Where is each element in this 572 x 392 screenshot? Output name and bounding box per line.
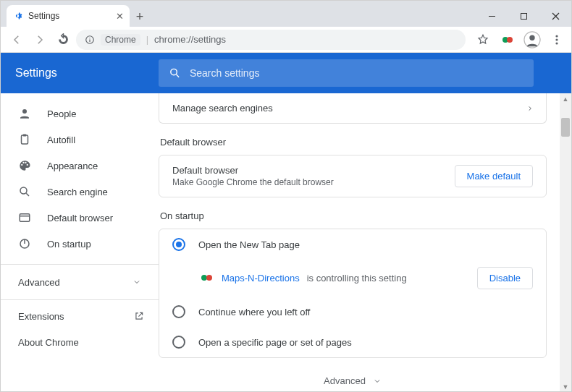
default-browser-title: Default browser [172, 165, 334, 176]
sidebar-item-label: Appearance [47, 161, 98, 171]
radio-label: Open the New Tab page [198, 239, 300, 250]
omnibox-separator: | [146, 34, 148, 45]
open-external-icon [134, 311, 144, 321]
chevron-right-icon [527, 104, 533, 113]
svg-point-19 [20, 187, 27, 194]
advanced-footer-label: Advanced [324, 375, 366, 386]
page-title: Settings [15, 67, 144, 80]
radio-label: Continue where you left off [198, 307, 310, 318]
svg-point-26 [206, 275, 212, 281]
on-startup-heading: On startup [160, 210, 547, 221]
scroll-down-arrow[interactable]: ▼ [561, 383, 570, 391]
browser-tab[interactable]: Settings ✕ [7, 5, 130, 27]
sidebar-item-label: Autofill [47, 135, 75, 145]
svg-point-8 [507, 37, 513, 43]
radio-label: Open a specific page or set of pages [198, 337, 352, 348]
scrollbar-track[interactable]: ▲ ▼ [560, 93, 571, 392]
svg-rect-21 [20, 214, 30, 222]
svg-line-15 [177, 74, 180, 77]
extension-controlling-row: Maps-N-Directions is controlling this se… [159, 260, 546, 297]
search-settings-field[interactable] [159, 59, 534, 87]
sidebar-extensions[interactable]: Extensions [1, 303, 159, 329]
kebab-menu-icon[interactable] [548, 31, 565, 48]
startup-radio-specific[interactable]: Open a specific page or set of pages [159, 327, 546, 357]
svg-point-13 [555, 42, 558, 44]
svg-rect-18 [23, 135, 27, 137]
divider [1, 264, 159, 265]
minimize-button[interactable] [476, 5, 508, 27]
forward-button[interactable] [30, 30, 50, 50]
new-tab-button[interactable]: + [130, 7, 150, 27]
svg-point-11 [555, 35, 558, 37]
sidebar-item-on-startup[interactable]: On startup [1, 231, 159, 257]
sidebar-item-autofill[interactable]: Autofill [1, 127, 159, 153]
manage-search-engines-row[interactable]: Manage search engines [159, 93, 546, 123]
svg-line-20 [26, 193, 29, 196]
extension-icon[interactable] [499, 31, 516, 48]
manage-search-card: Manage search engines [159, 93, 547, 124]
startup-radio-continue[interactable]: Continue where you left off [159, 297, 546, 327]
sidebar-item-appearance[interactable]: Appearance [1, 153, 159, 179]
on-startup-card: Open the New Tab page Maps-N-Directions … [159, 229, 547, 358]
sidebar-item-people[interactable]: People [1, 101, 159, 127]
advanced-expand[interactable]: Advanced [159, 375, 547, 386]
back-button[interactable] [7, 30, 27, 50]
sidebar-item-label: On startup [47, 239, 91, 250]
make-default-button[interactable]: Make default [455, 165, 533, 187]
sidebar-item-default-browser[interactable]: Default browser [1, 205, 159, 231]
default-browser-heading: Default browser [160, 137, 547, 148]
omnibox-chip: Chrome [101, 34, 140, 46]
person-icon [18, 107, 31, 120]
manage-search-label: Manage search engines [172, 103, 273, 114]
bookmark-star-icon[interactable] [474, 31, 492, 48]
svg-point-14 [171, 69, 177, 74]
info-icon [85, 35, 95, 45]
sidebar-advanced-label: Advanced [18, 277, 60, 288]
default-browser-row: Default browser Make Google Chrome the d… [159, 155, 546, 197]
chevron-down-icon [373, 377, 382, 385]
search-icon [18, 185, 31, 198]
svg-rect-17 [22, 135, 28, 144]
power-icon [18, 237, 31, 250]
sidebar-about-chrome[interactable]: About Chrome [1, 329, 159, 355]
disable-button[interactable]: Disable [477, 267, 533, 289]
browser-toolbar: Chrome | chrome://settings [1, 27, 571, 53]
svg-point-6 [89, 38, 90, 38]
radio-unselected-icon [172, 305, 185, 318]
sidebar-item-label: Default browser [47, 213, 113, 223]
scrollbar-thumb[interactable] [561, 118, 570, 137]
sidebar-about-label: About Chrome [18, 337, 79, 348]
profile-avatar[interactable] [523, 31, 541, 48]
svg-point-16 [22, 109, 27, 114]
search-input[interactable] [190, 67, 523, 79]
tab-title: Settings [28, 11, 59, 21]
controlling-text: is controlling this setting [307, 273, 407, 284]
chevron-down-icon [133, 278, 141, 286]
sidebar: People Autofill Appearance Search engine… [1, 93, 159, 392]
sidebar-item-search-engine[interactable]: Search engine [1, 179, 159, 205]
search-icon [169, 67, 181, 80]
sidebar-item-label: Search engine [47, 187, 108, 197]
scroll-up-arrow[interactable]: ▲ [561, 95, 570, 103]
svg-point-25 [201, 275, 207, 281]
default-browser-sub: Make Google Chrome the default browser [172, 177, 334, 187]
gear-icon [12, 11, 22, 21]
sidebar-extensions-label: Extensions [18, 311, 64, 322]
default-browser-card: Default browser Make Google Chrome the d… [159, 155, 547, 197]
close-window-button[interactable] [539, 5, 571, 27]
address-bar[interactable]: Chrome | chrome://settings [76, 30, 466, 50]
browser-icon [18, 211, 31, 224]
window-controls [476, 5, 571, 27]
controlling-extension-link[interactable]: Maps-N-Directions [222, 273, 300, 284]
reload-button[interactable] [53, 30, 73, 50]
omnibox-url: chrome://settings [154, 34, 226, 45]
close-tab-icon[interactable]: ✕ [116, 11, 124, 22]
svg-point-10 [529, 35, 534, 40]
sidebar-advanced[interactable]: Advanced [1, 268, 159, 297]
radio-unselected-icon [172, 336, 185, 349]
window-titlebar: Settings ✕ + [1, 1, 571, 27]
svg-point-12 [555, 38, 558, 41]
divider [1, 299, 159, 300]
startup-radio-new-tab[interactable]: Open the New Tab page [159, 229, 546, 260]
maximize-button[interactable] [508, 5, 539, 27]
